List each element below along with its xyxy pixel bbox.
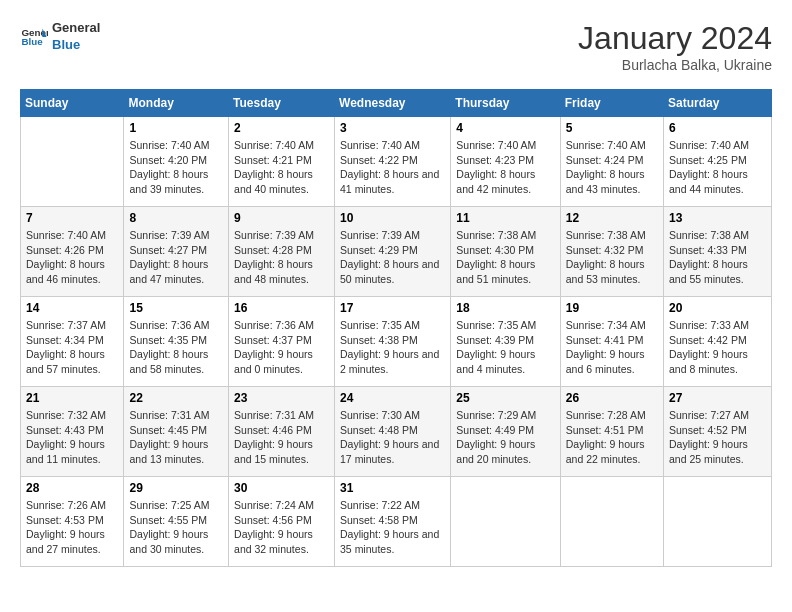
calendar-day-cell: 21Sunrise: 7:32 AMSunset: 4:43 PMDayligh… — [21, 387, 124, 477]
day-number: 21 — [26, 391, 118, 405]
day-number: 22 — [129, 391, 223, 405]
calendar-day-cell — [560, 477, 663, 567]
day-detail: Sunrise: 7:39 AMSunset: 4:27 PMDaylight:… — [129, 228, 223, 287]
calendar-day-cell — [21, 117, 124, 207]
day-number: 13 — [669, 211, 766, 225]
day-detail: Sunrise: 7:40 AMSunset: 4:21 PMDaylight:… — [234, 138, 329, 197]
day-detail: Sunrise: 7:40 AMSunset: 4:25 PMDaylight:… — [669, 138, 766, 197]
calendar-header-row: SundayMondayTuesdayWednesdayThursdayFrid… — [21, 90, 772, 117]
logo-general: General — [52, 20, 100, 37]
day-number: 5 — [566, 121, 658, 135]
day-header-monday: Monday — [124, 90, 229, 117]
calendar-day-cell: 5Sunrise: 7:40 AMSunset: 4:24 PMDaylight… — [560, 117, 663, 207]
day-number: 31 — [340, 481, 445, 495]
day-number: 11 — [456, 211, 554, 225]
day-header-tuesday: Tuesday — [229, 90, 335, 117]
day-header-friday: Friday — [560, 90, 663, 117]
day-detail: Sunrise: 7:29 AMSunset: 4:49 PMDaylight:… — [456, 408, 554, 467]
day-detail: Sunrise: 7:40 AMSunset: 4:24 PMDaylight:… — [566, 138, 658, 197]
calendar-day-cell: 26Sunrise: 7:28 AMSunset: 4:51 PMDayligh… — [560, 387, 663, 477]
month-year-title: January 2024 — [578, 20, 772, 57]
calendar-day-cell: 31Sunrise: 7:22 AMSunset: 4:58 PMDayligh… — [335, 477, 451, 567]
calendar-day-cell: 24Sunrise: 7:30 AMSunset: 4:48 PMDayligh… — [335, 387, 451, 477]
calendar-day-cell: 8Sunrise: 7:39 AMSunset: 4:27 PMDaylight… — [124, 207, 229, 297]
day-number: 3 — [340, 121, 445, 135]
day-detail: Sunrise: 7:36 AMSunset: 4:35 PMDaylight:… — [129, 318, 223, 377]
day-number: 27 — [669, 391, 766, 405]
day-detail: Sunrise: 7:28 AMSunset: 4:51 PMDaylight:… — [566, 408, 658, 467]
day-number: 1 — [129, 121, 223, 135]
day-detail: Sunrise: 7:27 AMSunset: 4:52 PMDaylight:… — [669, 408, 766, 467]
calendar-day-cell: 16Sunrise: 7:36 AMSunset: 4:37 PMDayligh… — [229, 297, 335, 387]
logo: General Blue General Blue — [20, 20, 100, 54]
day-detail: Sunrise: 7:31 AMSunset: 4:46 PMDaylight:… — [234, 408, 329, 467]
calendar-day-cell: 10Sunrise: 7:39 AMSunset: 4:29 PMDayligh… — [335, 207, 451, 297]
day-detail: Sunrise: 7:26 AMSunset: 4:53 PMDaylight:… — [26, 498, 118, 557]
day-number: 2 — [234, 121, 329, 135]
day-detail: Sunrise: 7:37 AMSunset: 4:34 PMDaylight:… — [26, 318, 118, 377]
logo-blue: Blue — [52, 37, 100, 54]
day-number: 18 — [456, 301, 554, 315]
day-detail: Sunrise: 7:30 AMSunset: 4:48 PMDaylight:… — [340, 408, 445, 467]
day-number: 28 — [26, 481, 118, 495]
day-detail: Sunrise: 7:34 AMSunset: 4:41 PMDaylight:… — [566, 318, 658, 377]
day-detail: Sunrise: 7:40 AMSunset: 4:26 PMDaylight:… — [26, 228, 118, 287]
calendar-day-cell: 2Sunrise: 7:40 AMSunset: 4:21 PMDaylight… — [229, 117, 335, 207]
day-number: 20 — [669, 301, 766, 315]
day-detail: Sunrise: 7:35 AMSunset: 4:39 PMDaylight:… — [456, 318, 554, 377]
day-header-thursday: Thursday — [451, 90, 560, 117]
day-number: 15 — [129, 301, 223, 315]
day-detail: Sunrise: 7:32 AMSunset: 4:43 PMDaylight:… — [26, 408, 118, 467]
day-header-sunday: Sunday — [21, 90, 124, 117]
day-number: 12 — [566, 211, 658, 225]
day-number: 19 — [566, 301, 658, 315]
day-number: 23 — [234, 391, 329, 405]
day-detail: Sunrise: 7:40 AMSunset: 4:22 PMDaylight:… — [340, 138, 445, 197]
calendar-week-row: 21Sunrise: 7:32 AMSunset: 4:43 PMDayligh… — [21, 387, 772, 477]
calendar-day-cell: 28Sunrise: 7:26 AMSunset: 4:53 PMDayligh… — [21, 477, 124, 567]
calendar-day-cell: 3Sunrise: 7:40 AMSunset: 4:22 PMDaylight… — [335, 117, 451, 207]
day-detail: Sunrise: 7:39 AMSunset: 4:29 PMDaylight:… — [340, 228, 445, 287]
calendar-day-cell: 17Sunrise: 7:35 AMSunset: 4:38 PMDayligh… — [335, 297, 451, 387]
calendar-day-cell: 22Sunrise: 7:31 AMSunset: 4:45 PMDayligh… — [124, 387, 229, 477]
logo-icon: General Blue — [20, 23, 48, 51]
day-detail: Sunrise: 7:33 AMSunset: 4:42 PMDaylight:… — [669, 318, 766, 377]
calendar-day-cell: 6Sunrise: 7:40 AMSunset: 4:25 PMDaylight… — [664, 117, 772, 207]
location-subtitle: Burlacha Balka, Ukraine — [578, 57, 772, 73]
calendar-day-cell: 20Sunrise: 7:33 AMSunset: 4:42 PMDayligh… — [664, 297, 772, 387]
svg-text:Blue: Blue — [21, 36, 43, 47]
day-number: 16 — [234, 301, 329, 315]
day-number: 26 — [566, 391, 658, 405]
day-number: 24 — [340, 391, 445, 405]
calendar-day-cell: 15Sunrise: 7:36 AMSunset: 4:35 PMDayligh… — [124, 297, 229, 387]
calendar-table: SundayMondayTuesdayWednesdayThursdayFrid… — [20, 89, 772, 567]
calendar-week-row: 7Sunrise: 7:40 AMSunset: 4:26 PMDaylight… — [21, 207, 772, 297]
day-detail: Sunrise: 7:24 AMSunset: 4:56 PMDaylight:… — [234, 498, 329, 557]
calendar-day-cell: 23Sunrise: 7:31 AMSunset: 4:46 PMDayligh… — [229, 387, 335, 477]
title-area: January 2024 Burlacha Balka, Ukraine — [578, 20, 772, 73]
day-number: 14 — [26, 301, 118, 315]
calendar-day-cell: 18Sunrise: 7:35 AMSunset: 4:39 PMDayligh… — [451, 297, 560, 387]
day-detail: Sunrise: 7:25 AMSunset: 4:55 PMDaylight:… — [129, 498, 223, 557]
day-detail: Sunrise: 7:40 AMSunset: 4:23 PMDaylight:… — [456, 138, 554, 197]
calendar-week-row: 1Sunrise: 7:40 AMSunset: 4:20 PMDaylight… — [21, 117, 772, 207]
day-detail: Sunrise: 7:38 AMSunset: 4:33 PMDaylight:… — [669, 228, 766, 287]
day-number: 30 — [234, 481, 329, 495]
day-detail: Sunrise: 7:39 AMSunset: 4:28 PMDaylight:… — [234, 228, 329, 287]
calendar-day-cell — [664, 477, 772, 567]
calendar-day-cell: 19Sunrise: 7:34 AMSunset: 4:41 PMDayligh… — [560, 297, 663, 387]
day-number: 6 — [669, 121, 766, 135]
day-number: 25 — [456, 391, 554, 405]
day-detail: Sunrise: 7:31 AMSunset: 4:45 PMDaylight:… — [129, 408, 223, 467]
day-number: 4 — [456, 121, 554, 135]
calendar-day-cell: 1Sunrise: 7:40 AMSunset: 4:20 PMDaylight… — [124, 117, 229, 207]
calendar-week-row: 14Sunrise: 7:37 AMSunset: 4:34 PMDayligh… — [21, 297, 772, 387]
day-detail: Sunrise: 7:40 AMSunset: 4:20 PMDaylight:… — [129, 138, 223, 197]
day-number: 9 — [234, 211, 329, 225]
calendar-day-cell: 9Sunrise: 7:39 AMSunset: 4:28 PMDaylight… — [229, 207, 335, 297]
calendar-day-cell: 4Sunrise: 7:40 AMSunset: 4:23 PMDaylight… — [451, 117, 560, 207]
page-header: General Blue General Blue January 2024 B… — [20, 20, 772, 73]
calendar-day-cell: 14Sunrise: 7:37 AMSunset: 4:34 PMDayligh… — [21, 297, 124, 387]
day-detail: Sunrise: 7:38 AMSunset: 4:32 PMDaylight:… — [566, 228, 658, 287]
day-number: 29 — [129, 481, 223, 495]
